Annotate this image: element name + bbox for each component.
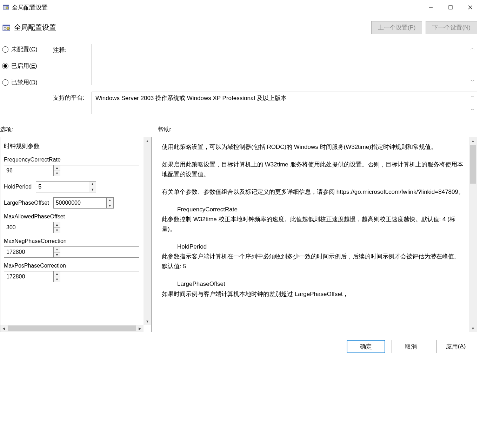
help-panel: 使用此策略设置，可以为域控制器(包括 RODC)的 Windows 时间服务(W… (158, 137, 477, 332)
cancel-button[interactable]: 取消 (392, 340, 430, 353)
close-button[interactable] (460, 0, 480, 15)
svg-rect-1 (3, 5, 9, 6)
spin-down-icon[interactable]: ▼ (89, 187, 96, 192)
scroll-down-icon[interactable]: ▼ (144, 318, 151, 325)
minimize-button[interactable] (421, 0, 441, 15)
large-phase-offset-spinner[interactable]: ▲▼ (53, 197, 114, 209)
header: 全局配置设置 上一个设置(P) 下一个设置(N) (0, 15, 480, 38)
spin-down-icon[interactable]: ▼ (54, 277, 60, 282)
spin-up-icon[interactable]: ▲ (107, 198, 113, 203)
spinner-input[interactable] (36, 182, 89, 192)
radio-disabled[interactable]: 已禁用(D) (2, 78, 53, 86)
param-label: MaxAllowedPhaseOffset (4, 213, 139, 220)
svg-point-11 (7, 27, 9, 30)
param-label: MaxPosPhaseCorrection (4, 263, 139, 269)
options-vertical-scrollbar[interactable]: ▲ ▼ (144, 137, 151, 325)
scroll-left-icon[interactable]: ◀ (0, 325, 7, 332)
titlebar-title: 全局配置设置 (12, 4, 421, 12)
svg-rect-9 (4, 27, 6, 28)
spinner-input[interactable] (4, 222, 53, 233)
help-text: 使用此策略设置，可以为域控制器(包括 RODC)的 Windows 时间服务(W… (158, 137, 477, 312)
header-title: 全局配置设置 (14, 23, 368, 32)
frequency-correct-rate-spinner[interactable]: ▲▼ (4, 165, 139, 176)
param-label: FrequencyCorrectRate (4, 157, 139, 163)
spin-down-icon[interactable]: ▼ (54, 252, 60, 258)
max-allowed-phase-offset-spinner[interactable]: ▲▼ (4, 222, 139, 233)
spin-down-icon[interactable]: ▼ (54, 171, 60, 176)
scroll-up-icon[interactable]: ▲ (469, 137, 477, 144)
platform-textbox[interactable]: Windows Server 2003 操作系统或 Windows XP Pro… (92, 92, 477, 114)
scroll-down-icon[interactable]: ﹀ (469, 107, 476, 112)
scrollbar-thumb[interactable] (8, 325, 136, 331)
scroll-down-icon[interactable]: ▼ (469, 325, 477, 332)
max-pos-phase-correction-spinner[interactable]: ▲▼ (4, 271, 139, 282)
options-horizontal-scrollbar[interactable]: ◀ ▶ (0, 325, 144, 332)
help-vertical-scrollbar[interactable]: ▲ ▼ (469, 137, 477, 332)
platform-label: 支持的平台: (53, 92, 92, 102)
spinner-input[interactable] (4, 247, 53, 257)
param-label: HoldPeriod (4, 184, 32, 190)
svg-rect-10 (4, 29, 6, 29)
max-neg-phase-correction-spinner[interactable]: ▲▼ (4, 246, 139, 258)
scrollbar-thumb[interactable] (470, 145, 476, 184)
prev-setting-button[interactable]: 上一个设置(P) (371, 21, 422, 34)
svg-rect-8 (3, 25, 10, 26)
comment-label: 注释: (53, 44, 92, 54)
radio-icon (2, 46, 8, 53)
help-section-label: 帮助: (158, 125, 172, 133)
titlebar: 全局配置设置 (0, 0, 480, 15)
param-label: LargePhaseOffset (4, 200, 49, 206)
scroll-right-icon[interactable]: ▶ (136, 325, 144, 332)
radio-not-configured[interactable]: 未配置(C) (2, 45, 53, 53)
radio-icon (2, 79, 8, 86)
spin-down-icon[interactable]: ▼ (107, 203, 113, 209)
spin-up-icon[interactable]: ▲ (54, 271, 60, 277)
spin-up-icon[interactable]: ▲ (89, 182, 96, 187)
apply-button[interactable]: 应用(A) (436, 340, 475, 353)
options-heading: 时钟规则参数 (4, 142, 139, 150)
scroll-up-icon[interactable]: ▲ (144, 137, 151, 144)
settings-icon (2, 24, 11, 32)
param-label: MaxNegPhaseCorrection (4, 238, 139, 244)
options-section-label: 选项: (0, 125, 158, 133)
scroll-up-icon[interactable]: ︿ (469, 93, 476, 98)
next-setting-button[interactable]: 下一个设置(N) (426, 21, 477, 34)
window-icon (3, 4, 9, 11)
svg-rect-4 (449, 6, 452, 9)
spin-down-icon[interactable]: ▼ (54, 228, 60, 233)
svg-point-2 (6, 7, 8, 9)
radio-icon (2, 63, 8, 69)
hold-period-spinner[interactable]: ▲▼ (36, 181, 96, 192)
spin-up-icon[interactable]: ▲ (54, 247, 60, 252)
radio-enabled[interactable]: 已启用(E) (2, 62, 53, 70)
comment-textbox[interactable]: ︿ ﹀ (92, 44, 477, 85)
scroll-down-icon[interactable]: ﹀ (469, 79, 476, 84)
ok-button[interactable]: 确定 (347, 340, 385, 353)
options-panel: 时钟规则参数 FrequencyCorrectRate ▲▼ HoldPerio… (0, 137, 152, 332)
spinner-input[interactable] (54, 198, 106, 208)
spin-up-icon[interactable]: ▲ (54, 165, 60, 171)
spinner-input[interactable] (4, 271, 53, 282)
scroll-up-icon[interactable]: ︿ (469, 46, 476, 51)
spinner-input[interactable] (4, 165, 53, 176)
spin-up-icon[interactable]: ▲ (54, 222, 60, 228)
maximize-button[interactable] (441, 0, 460, 15)
